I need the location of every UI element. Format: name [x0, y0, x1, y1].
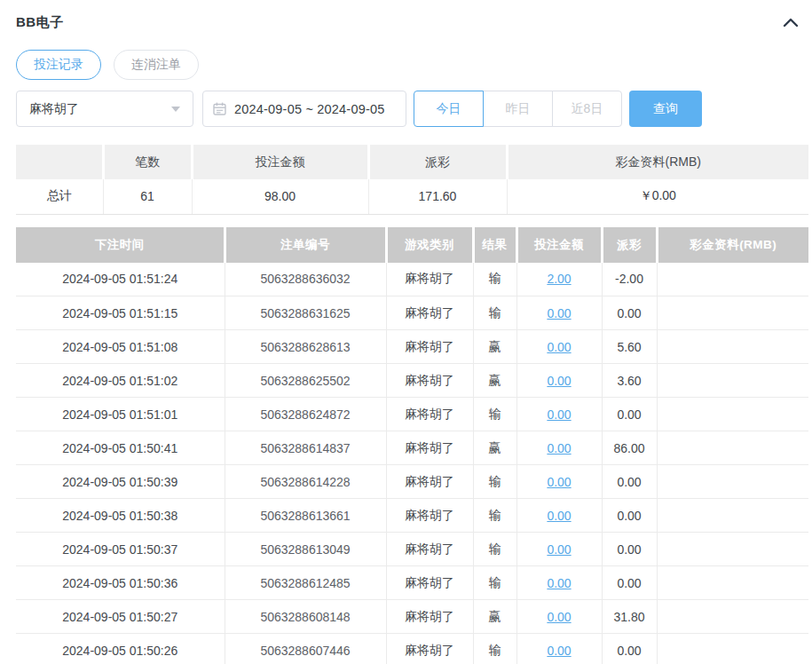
- cell-result: 输: [473, 263, 516, 296]
- cell-payout: 0.00: [602, 465, 657, 499]
- table-row: 2024-09-05 01:51:01 5063288624872 麻将胡了 输…: [16, 398, 808, 431]
- header-game-type: 游戏类别: [386, 227, 473, 263]
- cell-bonus: [657, 600, 808, 634]
- cell-bet-time: 2024-09-05 01:51:24: [16, 263, 225, 296]
- panel-header: BB电子: [16, 12, 808, 32]
- bet-amount-link[interactable]: 0.00: [547, 374, 571, 388]
- bet-amount-link[interactable]: 0.00: [547, 509, 571, 523]
- cell-game-type: 麻将胡了: [386, 364, 473, 398]
- cell-game-type: 麻将胡了: [386, 566, 473, 600]
- summary-header-row: 笔数 投注金额 派彩 彩金资料(RMB): [16, 145, 808, 179]
- cell-game-type: 麻将胡了: [386, 533, 473, 566]
- header-bet-time: 下注时间: [16, 227, 225, 263]
- cell-game-type: 麻将胡了: [386, 330, 473, 364]
- cell-bet-time: 2024-09-05 01:50:38: [16, 499, 225, 533]
- cell-payout: 0.00: [602, 398, 657, 431]
- bet-amount-link[interactable]: 0.00: [547, 610, 571, 624]
- page-title: BB电子: [16, 14, 64, 31]
- records-header-row: 下注时间 注单编号 游戏类别 结果 投注金额 派彩 彩金资料(RMB): [16, 227, 808, 263]
- summary-header-bet-amount: 投注金额: [192, 145, 368, 179]
- tab-betting-records[interactable]: 投注记录: [16, 50, 101, 80]
- summary-total-count: 61: [103, 179, 192, 214]
- date-range-input[interactable]: 2024-09-05 ~ 2024-09-05: [202, 91, 406, 127]
- cell-game-type: 麻将胡了: [386, 499, 473, 533]
- cell-bonus: [657, 398, 808, 431]
- cell-game-type: 麻将胡了: [386, 634, 473, 664]
- cell-payout: 86.00: [602, 431, 657, 465]
- cell-payout: 31.80: [602, 600, 657, 634]
- today-button[interactable]: 今日: [414, 91, 484, 127]
- bet-amount-link[interactable]: 0.00: [547, 441, 571, 455]
- table-row: 2024-09-05 01:50:27 5063288608148 麻将胡了 赢…: [16, 600, 808, 634]
- date-range-value: 2024-09-05 ~ 2024-09-05: [234, 102, 384, 116]
- bet-amount-link[interactable]: 0.00: [547, 644, 571, 658]
- cell-order-id: 5063288631625: [225, 296, 386, 330]
- cell-game-type: 麻将胡了: [386, 465, 473, 499]
- cell-result: 输: [473, 398, 516, 431]
- cell-bonus: [657, 533, 808, 566]
- table-row: 2024-09-05 01:50:39 5063288614228 麻将胡了 输…: [16, 465, 808, 499]
- summary-header-count: 笔数: [103, 145, 192, 179]
- filter-toolbar: 麻将胡了 2024-09-05 ~ 2024-09-05 今日 昨日 近8日 查…: [16, 91, 808, 127]
- bet-amount-link[interactable]: 0.00: [547, 407, 571, 422]
- cell-bonus: [657, 364, 808, 398]
- summary-total-bonus: ￥0.00: [507, 179, 808, 214]
- tab-cancelled-orders[interactable]: 连消注单: [114, 50, 199, 80]
- summary-header-payout: 派彩: [368, 145, 507, 179]
- yesterday-button[interactable]: 昨日: [483, 91, 553, 127]
- bet-amount-link[interactable]: 0.00: [547, 340, 571, 354]
- bet-amount-link[interactable]: 0.00: [547, 306, 571, 320]
- cell-payout: 0.00: [602, 499, 657, 533]
- summary-total-row: 总计 61 98.00 171.60 ￥0.00: [16, 179, 808, 214]
- cell-order-id: 5063288613661: [225, 499, 386, 533]
- cell-payout: 3.60: [602, 364, 657, 398]
- cell-order-id: 5063288628613: [225, 330, 386, 364]
- summary-total-payout: 171.60: [368, 179, 507, 214]
- bet-amount-link[interactable]: 0.00: [547, 576, 571, 590]
- search-button[interactable]: 查询: [629, 91, 702, 127]
- bet-amount-link[interactable]: 0.00: [547, 542, 571, 557]
- summary-table: 笔数 投注金额 派彩 彩金资料(RMB) 总计 61 98.00 171.60 …: [16, 145, 808, 215]
- cell-result: 输: [473, 566, 516, 600]
- cell-result: 赢: [473, 431, 516, 465]
- cell-bet-amount: 0.00: [516, 398, 602, 431]
- cell-order-id: 5063288614228: [225, 465, 386, 499]
- cell-bet-amount: 0.00: [516, 465, 602, 499]
- cell-order-id: 5063288607446: [225, 634, 386, 664]
- cell-bet-time: 2024-09-05 01:51:15: [16, 296, 225, 330]
- table-row: 2024-09-05 01:50:37 5063288613049 麻将胡了 输…: [16, 533, 808, 566]
- header-result: 结果: [473, 227, 516, 263]
- cell-game-type: 麻将胡了: [386, 263, 473, 296]
- cell-game-type: 麻将胡了: [386, 296, 473, 330]
- cell-bonus: [657, 499, 808, 533]
- cell-bonus: [657, 465, 808, 499]
- game-select[interactable]: 麻将胡了: [16, 91, 193, 127]
- cell-order-id: 5063288613049: [225, 533, 386, 566]
- bet-amount-link[interactable]: 2.00: [547, 272, 571, 286]
- last-8-days-button[interactable]: 近8日: [552, 91, 622, 127]
- cell-bet-amount: 0.00: [516, 431, 602, 465]
- cell-game-type: 麻将胡了: [386, 398, 473, 431]
- cell-game-type: 麻将胡了: [386, 431, 473, 465]
- table-row: 2024-09-05 01:50:41 5063288614837 麻将胡了 赢…: [16, 431, 808, 465]
- cell-result: 输: [473, 296, 516, 330]
- table-row: 2024-09-05 01:51:08 5063288628613 麻将胡了 赢…: [16, 330, 808, 364]
- cell-bet-amount: 0.00: [516, 364, 602, 398]
- cell-bonus: [657, 330, 808, 364]
- chevron-up-icon: [783, 17, 799, 28]
- quick-date-buttons: 今日 昨日 近8日: [414, 91, 622, 127]
- cell-order-id: 5063288624872: [225, 398, 386, 431]
- cell-bonus: [657, 634, 808, 664]
- record-type-tabs: 投注记录 连消注单: [16, 50, 808, 80]
- cell-result: 输: [473, 465, 516, 499]
- cell-bonus: [657, 263, 808, 296]
- cell-result: 赢: [473, 330, 516, 364]
- collapse-panel-button[interactable]: [782, 13, 800, 31]
- cell-bet-time: 2024-09-05 01:51:01: [16, 398, 225, 431]
- cell-bet-time: 2024-09-05 01:50:26: [16, 634, 225, 664]
- table-row: 2024-09-05 01:51:24 5063288636032 麻将胡了 输…: [16, 263, 808, 296]
- cell-payout: 0.00: [602, 634, 657, 664]
- cell-payout: 0.00: [602, 296, 657, 330]
- bet-amount-link[interactable]: 0.00: [547, 475, 571, 489]
- cell-result: 赢: [473, 364, 516, 398]
